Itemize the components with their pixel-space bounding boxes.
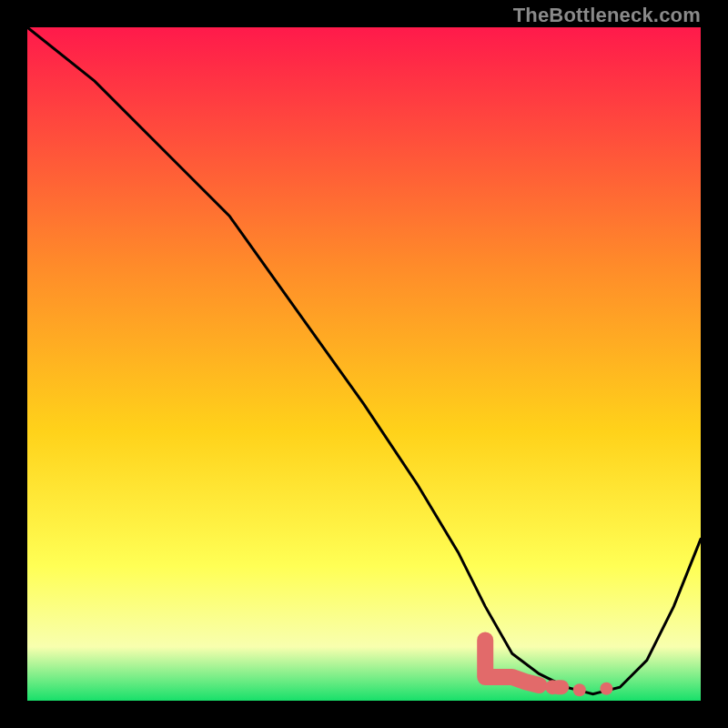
marker-dash bbox=[551, 680, 569, 694]
bottleneck-chart bbox=[27, 27, 701, 701]
marker-dot bbox=[573, 683, 586, 696]
watermark-text: TheBottleneck.com bbox=[513, 4, 701, 27]
marker-dot bbox=[600, 682, 612, 695]
chart-frame bbox=[27, 27, 701, 701]
gradient-background bbox=[27, 27, 701, 701]
